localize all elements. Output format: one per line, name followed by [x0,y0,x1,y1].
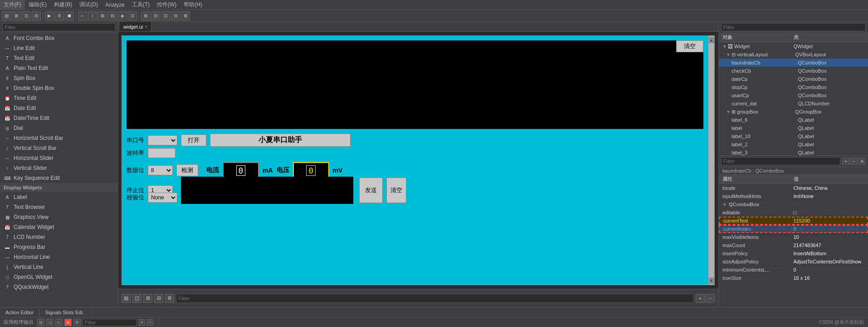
widget-label[interactable]: A Label [0,192,117,202]
prop-row-currentindex[interactable]: currentIndex 0 [719,225,868,233]
action-btn-5[interactable]: ⚙ [165,294,174,303]
status-icon-3[interactable]: ▷ [55,319,63,326]
baud-down[interactable]: ▼ [170,153,173,157]
tree-item-widget[interactable]: ▼🖼Widget QWidget [719,42,868,50]
menu-build[interactable]: 构建(B) [50,0,76,10]
left-filter-input[interactable] [2,23,115,31]
toolbar-btn-15[interactable]: ⊟ [151,11,160,20]
toolbar-btn-16[interactable]: ⊡ [161,11,170,20]
tree-item-datecp[interactable]: dateCp QComboBox [719,75,868,83]
toolbar-btn-7[interactable]: ⏹ [65,11,74,20]
toolbar-btn-2[interactable]: ⊞ [12,11,21,20]
prop-filter-input[interactable] [721,157,840,165]
widget-font-combo-box[interactable]: A Font Combo Box [0,33,117,43]
toolbar-btn-3[interactable]: ⊡ [22,11,31,20]
tab-close-btn[interactable]: × [145,24,147,29]
tree-item-groupbox[interactable]: ▼⊞groupBox QGroupBox [719,108,868,116]
widget-h-slider[interactable]: ↔ Horizontal Slider [0,153,117,163]
data-combo[interactable]: 8 [148,165,173,175]
menu-tools[interactable]: 工具(T) [128,0,153,10]
widget-graphics-view[interactable]: ▦ Graphics View [0,212,117,222]
menu-help[interactable]: 帮助(H) [180,0,206,10]
widget-calendar[interactable]: 📅 Calendar Widget [0,222,117,232]
prop-row-maxcount[interactable]: maxCount 2147483647 [719,241,868,249]
widget-v-slider[interactable]: ↕ Vertical Slider [0,163,117,173]
menu-edit[interactable]: 编辑(E) [25,0,50,10]
status-icon-1[interactable]: ⊟ [37,319,44,326]
menu-file[interactable]: 文件(F) [0,0,25,10]
port-combo[interactable] [148,135,177,145]
widget-plain-text[interactable]: A Plain Text Edit [0,63,117,73]
action-btn-4[interactable]: ⊟ [154,294,163,303]
action-filter-input[interactable] [176,294,694,303]
check-combo[interactable]: None [148,193,177,203]
menu-analyze[interactable]: Analyze [102,0,128,10]
right-filter-input[interactable] [721,23,866,31]
status-filter-input[interactable] [83,319,137,326]
tree-item-stopcp[interactable]: stopCp QComboBox [719,83,868,91]
tree-item-label3[interactable]: label_3 QLabel [719,149,868,156]
toolbar-btn-13[interactable]: ⊡ [128,11,137,20]
toolbar-btn-5[interactable]: ▶ [45,11,54,20]
status-icon-5[interactable]: ⚙ [73,319,81,326]
widget-double-spin-box[interactable]: # Double Spin Box [0,83,117,93]
tree-item-currentdat[interactable]: current_dat QLCDNumber [719,99,868,108]
tree-item-label6[interactable]: label_6 QLabel [719,116,868,124]
status-icon-2[interactable]: ◁ [46,319,54,326]
toolbar-btn-4[interactable]: ⊟ [32,11,41,20]
prop-row-editable[interactable]: editable □ [719,208,868,217]
widget-v-line[interactable]: | Vertical Line [0,262,117,272]
widget-opengl[interactable]: □ OpenGL Widget [0,272,117,282]
add-action-btn[interactable]: + [696,294,705,303]
status-add-btn[interactable]: + [139,319,145,326]
widget-v-scrollbar[interactable]: ↕ Vertical Scroll Bar [0,143,117,153]
widget-h-line[interactable]: — Horizontal Line [0,252,117,262]
prop-add-btn[interactable]: + [842,158,849,165]
widget-dial[interactable]: ◎ Dial [0,123,117,133]
widget-time-edit[interactable]: ⏰ Time Edit [0,93,117,103]
tab-action-editor[interactable]: Action Editor [0,307,39,317]
widget-key-seq[interactable]: ⌨ Key Sequence Edit [0,173,117,183]
clear-bottom-button[interactable]: 清空 [386,178,406,203]
tree-item-vlayout[interactable]: ▼⊟verticalLayout QVBoxLayout [719,50,868,59]
tree-item-checkcb[interactable]: checkCb QComboBox [719,67,868,75]
send-button[interactable]: 发送 [359,178,383,203]
tree-item-baundratecb[interactable]: baundrateCb QComboBox [719,59,868,67]
prop-row-mincontents[interactable]: minimumContentsL... 0 [719,266,868,274]
prop-row-input-method[interactable]: inputMethodHints ImhNone [719,192,868,200]
toolbar-btn-1[interactable]: ▤ [2,11,11,20]
widget-text-browser[interactable]: T Text Browser [0,202,117,212]
title-button[interactable]: 小夏串口助手 [210,134,351,147]
widget-spin-box[interactable]: # Spin Box [0,73,117,83]
widget-date-edit[interactable]: 📅 Date Edit [0,103,117,113]
menu-debug[interactable]: 调试(D) [76,0,102,10]
tab-widget-ui[interactable]: widget.ui × [120,22,151,31]
toolbar-btn-8[interactable]: ↔ [78,11,87,20]
widget-text-edit[interactable]: T Text Edit [0,53,117,63]
tree-item-usartcp[interactable]: usartCp QComboBox [719,91,868,99]
toolbar-btn-18[interactable]: ⊞ [181,11,190,20]
action-btn-1[interactable]: ▤ [122,294,131,303]
detect-button[interactable]: 检测 [176,164,198,176]
prop-remove-btn[interactable]: − [850,158,858,165]
widget-qquick[interactable]: ? QQuickWidget [0,282,117,292]
status-remove-btn[interactable]: − [147,319,153,326]
menu-controls[interactable]: 控件(W) [153,0,180,10]
tree-item-label10[interactable]: label_10 QLabel [719,132,868,140]
clear-top-button[interactable]: 清空 [676,40,703,52]
toolbar-btn-11[interactable]: ⊟ [108,11,117,20]
toolbar-btn-10[interactable]: ⊞ [98,11,107,20]
toolbar-btn-12[interactable]: ◈ [118,11,127,20]
prop-row-insertpolicy[interactable]: insertPolicy InsertAtBottom [719,249,868,258]
status-icon-4[interactable]: ■ [64,319,72,326]
widget-h-scrollbar[interactable]: ↔ Horizontal Scroll Bar [0,133,117,143]
widget-progress-bar[interactable]: ▬ Progress Bar [0,242,117,252]
action-btn-2[interactable]: ◫ [132,294,141,303]
toolbar-btn-14[interactable]: ⊞ [141,11,150,20]
toolbar-btn-6[interactable]: ⏸ [55,11,64,20]
widget-lcd-number[interactable]: 7 LCD Number [0,232,117,242]
widget-datetime-edit[interactable]: 📅 Date/Time Edit [0,113,117,123]
widget-line-edit[interactable]: — Line Edit [0,43,117,53]
toolbar-btn-9[interactable]: ↕ [88,11,97,20]
tree-item-label[interactable]: label QLabel [719,124,868,132]
